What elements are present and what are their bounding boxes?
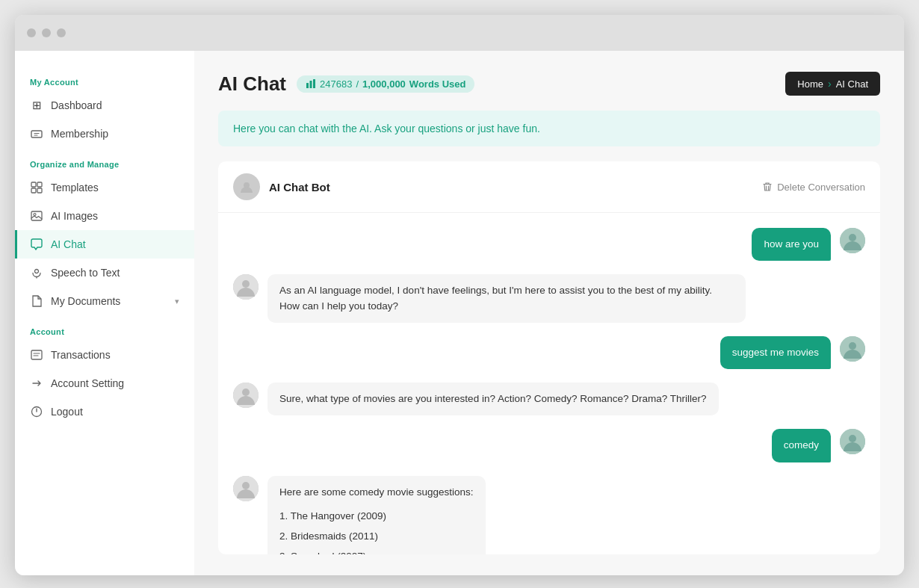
- sidebar-item-membership[interactable]: Membership: [15, 120, 194, 148]
- trash-icon: [762, 182, 773, 192]
- svg-rect-14: [306, 83, 309, 88]
- bot-avatar-small: [233, 383, 259, 408]
- message-row: Sure, what type of movies are you intere…: [233, 383, 865, 415]
- message-text: comedy: [784, 439, 819, 451]
- bot-avatar-small: [233, 274, 259, 300]
- delete-conversation-button[interactable]: Delete Conversation: [762, 182, 865, 193]
- sidebar-item-label: Speech to Text: [51, 267, 120, 279]
- sidebar-item-speech[interactable]: Speech to Text: [15, 259, 194, 287]
- page-title-area: AI Chat 247683 / 1,000,000 Words Used: [218, 72, 474, 96]
- message-row: comedy: [233, 429, 865, 462]
- message-row: how are you: [233, 228, 865, 261]
- svg-rect-16: [313, 79, 315, 88]
- sidebar-item-label: Membership: [51, 128, 108, 140]
- documents-icon: [30, 294, 43, 308]
- sidebar-item-ai-chat[interactable]: AI Chat: [15, 230, 194, 259]
- ai-chat-icon: [30, 238, 43, 251]
- words-used-label: Words Used: [409, 78, 466, 90]
- page-header: AI Chat 247683 / 1,000,000 Words Used: [218, 72, 880, 96]
- svg-rect-3: [31, 188, 36, 193]
- sidebar-item-account-setting[interactable]: Account Setting: [15, 369, 194, 397]
- sidebar-item-label: AI Chat: [51, 238, 86, 250]
- sidebar-item-label: AI Images: [51, 210, 98, 222]
- ai-images-icon: [30, 209, 43, 223]
- words-used-number: 247683: [320, 78, 352, 90]
- sidebar-item-ai-images[interactable]: AI Images: [15, 202, 194, 230]
- breadcrumb-arrow: ›: [828, 78, 832, 90]
- user-avatar: [840, 228, 865, 253]
- templates-icon: [30, 181, 43, 194]
- svg-point-27: [849, 435, 856, 442]
- svg-rect-15: [310, 81, 312, 88]
- list-item: 2. Bridesmaids (2011): [279, 526, 474, 546]
- comedy-list: 1. The Hangover (2009) 2. Bridesmaids (2…: [279, 506, 474, 554]
- sidebar-item-label: My Documents: [51, 295, 120, 307]
- app-body: My Account ⊞ Dashboard Membership Organi…: [15, 51, 904, 575]
- sidebar-item-dashboard[interactable]: ⊞ Dashboard: [15, 91, 194, 120]
- bot-name: AI Chat Bot: [269, 181, 330, 194]
- breadcrumb-current: AI Chat: [836, 78, 868, 90]
- speech-icon: [30, 266, 43, 279]
- message-text: Sure, what type of movies are you intere…: [279, 393, 707, 404]
- message-row: suggest me movies: [233, 336, 865, 369]
- account-setting-icon: [30, 377, 43, 390]
- info-banner: Here you can chat with the AI. Ask your …: [218, 111, 880, 146]
- sidebar-item-transactions[interactable]: Transactions: [15, 341, 194, 369]
- window-dot-3: [57, 28, 66, 37]
- svg-point-21: [242, 280, 250, 288]
- message-text: Here are some comedy movie suggestions:: [279, 486, 474, 498]
- chat-header-left: AI Chat Bot: [233, 173, 330, 200]
- bot-message-bubble: Sure, what type of movies are you intere…: [267, 383, 719, 415]
- my-account-label: My Account: [15, 66, 194, 91]
- svg-rect-2: [37, 182, 42, 187]
- message-text: As an AI language model, I don't have fe…: [279, 285, 712, 311]
- breadcrumb-home: Home: [797, 78, 823, 90]
- message-text: suggest me movies: [732, 347, 819, 358]
- delete-label: Delete Conversation: [777, 182, 865, 193]
- list-item: 1. The Hangover (2009): [279, 506, 474, 526]
- organize-label: Organize and Manage: [15, 148, 194, 173]
- messages-area: how are you: [218, 213, 880, 554]
- chevron-down-icon: ▾: [175, 297, 179, 306]
- window-dot-2: [42, 28, 51, 37]
- words-badge: 247683 / 1,000,000 Words Used: [297, 75, 474, 93]
- main-content: AI Chat 247683 / 1,000,000 Words Used: [194, 51, 904, 575]
- words-separator: /: [356, 78, 359, 90]
- chat-header: AI Chat Bot Delete Conversation: [218, 161, 880, 213]
- chart-icon: [306, 78, 316, 89]
- svg-rect-1: [31, 182, 36, 187]
- account-label: Account: [15, 315, 194, 341]
- svg-rect-9: [31, 350, 42, 359]
- sidebar-item-templates[interactable]: Templates: [15, 173, 194, 202]
- app-window: My Account ⊞ Dashboard Membership Organi…: [15, 15, 904, 575]
- svg-point-29: [242, 482, 250, 489]
- sidebar-item-my-documents[interactable]: My Documents ▾: [15, 287, 194, 315]
- svg-point-25: [242, 389, 250, 396]
- bot-message-bubble: As an AI language model, I don't have fe…: [267, 274, 746, 323]
- sidebar: My Account ⊞ Dashboard Membership Organi…: [15, 51, 194, 575]
- dashboard-icon: ⊞: [30, 99, 43, 112]
- svg-point-6: [34, 214, 36, 216]
- sidebar-item-label: Transactions: [51, 349, 111, 361]
- transactions-icon: [30, 348, 43, 362]
- sidebar-item-logout[interactable]: Logout: [15, 397, 194, 426]
- logout-icon: [30, 405, 43, 418]
- title-bar: [15, 15, 904, 51]
- message-row: As an AI language model, I don't have fe…: [233, 274, 865, 323]
- info-banner-text: Here you can chat with the AI. Ask your …: [233, 123, 540, 134]
- svg-rect-4: [37, 188, 42, 193]
- sidebar-item-label: Templates: [51, 182, 99, 194]
- sidebar-item-label: Account Setting: [51, 377, 124, 389]
- user-message-bubble: how are you: [752, 228, 831, 261]
- sidebar-item-label: Logout: [51, 406, 83, 418]
- bot-avatar: [233, 173, 260, 200]
- user-message-bubble: suggest me movies: [720, 336, 831, 369]
- chat-container: AI Chat Bot Delete Conversation how: [218, 161, 880, 554]
- message-text: how are you: [764, 238, 819, 250]
- page-title: AI Chat: [218, 72, 286, 96]
- membership-icon: [30, 127, 43, 140]
- words-used-total: 1,000,000: [362, 78, 406, 90]
- list-item: 3. Superbad (2007): [279, 546, 474, 554]
- message-row: Here are some comedy movie suggestions: …: [233, 476, 865, 555]
- sidebar-item-label: Dashboard: [51, 99, 102, 111]
